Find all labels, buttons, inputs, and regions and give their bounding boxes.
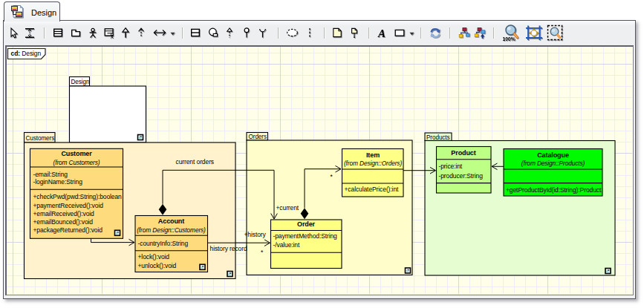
svg-text:+emailReceived():void: +emailReceived():void [33,210,95,217]
svg-text:cd: Design: cd: Design [11,50,42,57]
svg-text:-email:String: -email:String [33,171,68,178]
svg-text:Customers: Customers [26,135,55,142]
svg-text:-countryInfo:String: -countryInfo:String [138,240,189,247]
svg-text:Order: Order [297,220,316,228]
svg-text:Account: Account [158,217,184,225]
svg-text:+paymentReceived():void: +paymentReceived():void [33,202,104,209]
svg-text:+getProductById(id:String):Pro: +getProductById(id:String):Product [506,186,602,194]
svg-text:+unlock():void: +unlock():void [138,262,177,269]
svg-text:Product: Product [451,149,475,157]
svg-text:Catalogue: Catalogue [537,151,569,159]
svg-text:Customer: Customer [61,150,92,157]
svg-text:Products: Products [426,134,450,141]
svg-text:+emailBounced():void: +emailBounced():void [33,218,94,226]
svg-text:Design: Design [71,79,90,85]
svg-text:current orders: current orders [176,158,215,166]
svg-text:Item: Item [366,151,380,159]
svg-text:(from Design::Customers): (from Design::Customers) [137,226,206,234]
svg-text:+calculatePrice():int: +calculatePrice():int [345,186,400,193]
svg-text:-loginName:String: -loginName:String [33,178,83,186]
svg-text:+packageReturned():void: +packageReturned():void [33,226,103,234]
svg-text:+checkPwd(pwd:String):boolean: +checkPwd(pwd:String):boolean [33,193,123,200]
svg-text:(from Design::Orders): (from Design::Orders) [344,160,402,167]
svg-text:-producer:String: -producer:String [439,172,484,180]
svg-text:+history: +history [244,231,267,238]
svg-text:100%: 100% [503,36,515,42]
svg-text:(from Design::Products): (from Design::Products) [521,160,585,167]
svg-text:Orders: Orders [249,134,267,140]
svg-text:+lock():void: +lock():void [138,253,170,261]
svg-text:+current: +current [276,204,299,212]
svg-text:-paymentMethod:String: -paymentMethod:String [273,232,338,240]
svg-text:(from Customers): (from Customers) [53,159,100,166]
svg-text:history record: history record [210,245,247,252]
svg-text:A: A [377,27,386,39]
svg-text:-/value:int: -/value:int [273,241,300,249]
svg-text:-price:int: -price:int [439,163,463,170]
